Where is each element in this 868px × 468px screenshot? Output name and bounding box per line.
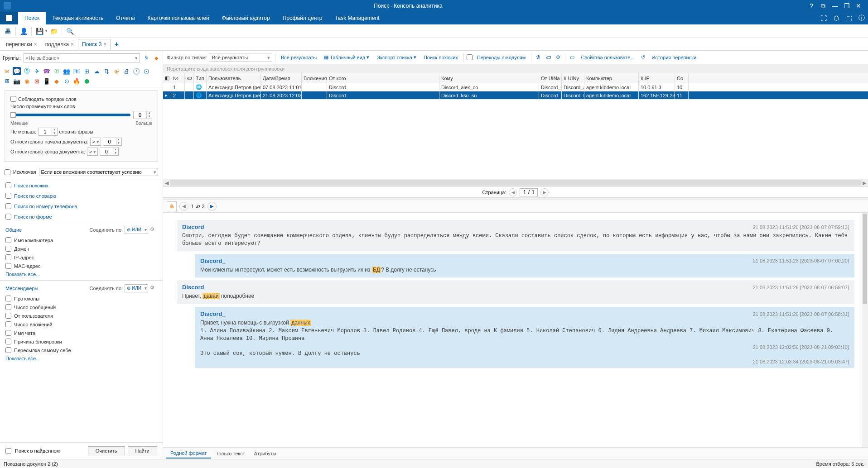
chat-name-checkbox[interactable] <box>5 330 11 336</box>
edit-icon[interactable]: ✎ <box>143 54 150 62</box>
im-icon[interactable]: 💬 <box>13 67 21 75</box>
print2-icon[interactable]: 🖨 <box>122 67 130 75</box>
menu-cards[interactable]: Карточки пользователей <box>141 12 216 24</box>
channel-icon[interactable]: ⊠ <box>33 77 41 85</box>
cube-icon[interactable]: ⬚ <box>843 12 855 24</box>
exclude-checkbox[interactable] <box>5 169 10 175</box>
mac-checkbox[interactable] <box>5 263 11 269</box>
col-type[interactable]: Тип <box>194 73 207 83</box>
tab-item[interactable]: Поиск 3× <box>78 39 111 50</box>
menu-activity[interactable]: Текущая активность <box>46 12 110 24</box>
general-show-all[interactable]: Показать все... <box>0 270 163 278</box>
ip-checkbox[interactable] <box>5 254 11 260</box>
exclude-condition-select[interactable]: Если все вложения соответствуют условию <box>39 168 158 176</box>
teams-icon[interactable]: 👥 <box>63 67 71 75</box>
col-uina[interactable]: От UINa <box>539 73 562 83</box>
modules-checkbox[interactable] <box>467 54 473 60</box>
tab-item[interactable]: подделка× <box>41 39 78 50</box>
menu-reports[interactable]: Отчеты <box>110 12 141 24</box>
msg-count-checkbox[interactable] <box>5 304 11 310</box>
page-next-button[interactable]: ▶ <box>540 188 549 196</box>
channel-icon[interactable]: ⊞ <box>82 67 91 75</box>
table-view-link[interactable]: ▦Табличный вид ▾ <box>321 54 372 60</box>
eraser-icon[interactable]: ◆ <box>153 54 160 62</box>
filter-similar[interactable]: Поиск похожих <box>0 180 163 191</box>
self-fwd-checkbox[interactable] <box>5 347 11 353</box>
settings-icon[interactable]: ⚙ <box>554 54 562 60</box>
att-count-checkbox[interactable] <box>5 321 11 327</box>
col-tag[interactable]: 🏷 <box>185 73 194 83</box>
find-button[interactable]: Найти <box>128 446 157 455</box>
history-icon[interactable]: ↺ <box>639 54 647 60</box>
channel-icon[interactable]: ⊡ <box>142 67 150 75</box>
expand-icon[interactable]: ⛶ <box>817 12 830 24</box>
clear-button[interactable]: Очистить <box>88 446 125 455</box>
tab-close-icon[interactable]: × <box>103 41 106 48</box>
col-uinu[interactable]: К UINу <box>562 73 584 83</box>
cloud-icon[interactable]: ☁ <box>92 67 101 75</box>
card-icon[interactable]: ▭ <box>568 54 576 60</box>
channel-icon[interactable]: ⊙ <box>63 77 71 85</box>
messengers-logic-select[interactable]: ИЛИ <box>125 284 148 292</box>
gap-spinner[interactable]: ▲▼ <box>133 111 152 119</box>
help-button[interactable]: ? <box>805 0 817 12</box>
camera-icon[interactable]: 📷 <box>13 77 21 85</box>
general-logic-select[interactable]: ИЛИ <box>125 226 148 234</box>
history-link[interactable]: История переписки <box>649 55 699 60</box>
col-date[interactable]: Дата\Время <box>261 73 302 83</box>
info-icon[interactable]: ⓘ <box>855 12 868 24</box>
rel-start-spinner[interactable]: ▲▼ <box>103 138 122 146</box>
min-words-spinner[interactable]: ▲▼ <box>39 128 58 136</box>
filter-form[interactable]: Поиск по форме <box>0 211 163 222</box>
preview-next-button[interactable]: ▶ <box>207 202 217 211</box>
tab-item[interactable]: переписки× <box>2 39 41 50</box>
monitor-icon[interactable]: 🖥 <box>3 77 11 85</box>
domain-checkbox[interactable] <box>5 246 11 252</box>
channel-icon[interactable]: 🔥 <box>72 77 81 85</box>
tab-native-format[interactable]: Родной формат <box>166 449 211 458</box>
from-user-checkbox[interactable] <box>5 313 11 319</box>
table-row[interactable]: 1 🌐 Александр Петров (petrov... 07.08.20… <box>163 83 868 91</box>
whatsapp-icon[interactable]: ✆ <box>53 67 61 75</box>
channel-icon[interactable]: ◆ <box>53 77 61 85</box>
save-icon[interactable]: 💾 <box>34 26 44 36</box>
col-mark[interactable]: ◧ <box>163 73 171 83</box>
close-button[interactable]: ✕ <box>853 0 864 12</box>
tag-icon[interactable]: 🏷 <box>544 55 552 60</box>
menu-file-auditor[interactable]: Файловый аудитор <box>216 12 276 24</box>
rel-end-spinner[interactable]: ▲▼ <box>100 148 119 156</box>
user-icon[interactable]: 👤 <box>19 26 29 36</box>
col-from[interactable]: От кого <box>327 73 439 83</box>
modules-link[interactable]: Переходы к модулям <box>474 55 529 60</box>
tab-attributes[interactable]: Атрибуты <box>250 449 281 458</box>
col-ext[interactable]: Со <box>675 73 689 83</box>
tab-text-only[interactable]: Только текст <box>211 449 250 458</box>
channel-icon[interactable]: ⬢ <box>82 77 91 85</box>
col-user[interactable]: Пользователь <box>207 73 261 83</box>
col-pc[interactable]: Компьютер <box>584 73 639 83</box>
gap-slider[interactable] <box>10 114 130 116</box>
col-att[interactable]: Вложения <box>302 73 327 83</box>
module-icon[interactable]: ⬡ <box>830 12 843 24</box>
telegram-icon[interactable]: ✈ <box>33 67 41 75</box>
channel-icon[interactable]: ⊕ <box>112 67 121 75</box>
table-row[interactable]: ▸ 2 🌐 Александр Петров (petrov... 21.08.… <box>163 91 868 100</box>
channel-icon[interactable]: 📱 <box>43 77 51 85</box>
print-preview-button[interactable]: 🖶 <box>167 201 177 211</box>
viber-icon[interactable]: ☎ <box>43 67 51 75</box>
filter-phone[interactable]: Поиск по номеру телефона <box>0 201 163 211</box>
col-to[interactable]: Кому <box>439 73 539 83</box>
all-results-link[interactable]: Все результаты <box>278 55 319 60</box>
channel-icon[interactable]: ◉ <box>23 77 31 85</box>
rel-end-op[interactable]: > <box>87 148 98 156</box>
app-menu-button[interactable] <box>0 12 18 24</box>
preview-prev-button[interactable]: ◀ <box>179 202 188 211</box>
group-drop-zone[interactable]: Перетащите сюда заголовок поля для групп… <box>163 64 868 73</box>
outlook-icon[interactable]: 📧 <box>72 67 81 75</box>
menu-profile[interactable]: Профайл центр <box>276 12 329 24</box>
col-ip[interactable]: К IP <box>639 73 675 83</box>
minimize-button[interactable]: — <box>829 0 841 12</box>
save-dropdown[interactable]: ▾ <box>45 29 47 33</box>
similar-link[interactable]: Поиск похожих <box>421 55 461 60</box>
funnel-icon[interactable]: ⚗ <box>534 54 542 60</box>
